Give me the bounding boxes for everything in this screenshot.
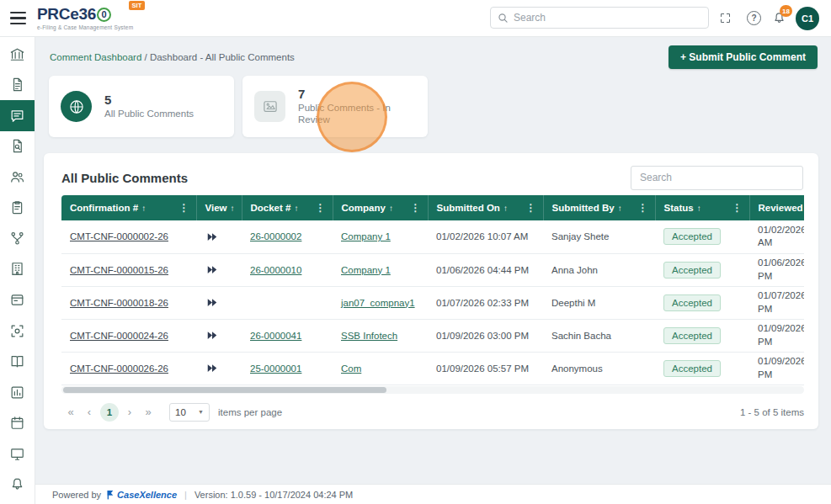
sidebar-item-monitor[interactable]	[0, 438, 35, 470]
column-header-submitted-on[interactable]: Submitted On↑⋮	[428, 195, 543, 220]
table-search-input[interactable]	[631, 166, 803, 190]
sidebar-item-tasks[interactable]	[0, 284, 35, 316]
current-page-button[interactable]: 1	[100, 403, 119, 422]
submitted-by-cell: Anonymous	[543, 352, 655, 385]
sidebar-item-notifications[interactable]	[0, 469, 35, 500]
stat-card-all-public-comments[interactable]: 5 All Public Comments	[49, 76, 234, 137]
sidebar-item-scan[interactable]	[0, 316, 35, 347]
table-row: CMT-CNF-0000002-26 26-0000002 Company 1 …	[61, 220, 804, 253]
table-header-row: Confirmation #↑⋮ View↑ Docket #↑⋮ Compan…	[61, 195, 804, 220]
next-page-button[interactable]: ›	[120, 403, 139, 422]
sidebar-item-document-search[interactable]	[0, 131, 35, 162]
company-link[interactable]: SSB Infotech	[341, 331, 397, 341]
pagination-bar: « ‹ 1 › » 10 ▼ items per page 1 - 5 of 5…	[61, 396, 804, 428]
company-link[interactable]: Company 1	[341, 231, 391, 241]
sidebar-item-users[interactable]	[0, 162, 35, 193]
docket-link[interactable]: 26-0000010	[250, 265, 301, 275]
view-forward-icon[interactable]	[205, 231, 220, 243]
help-icon[interactable]: ?	[747, 11, 761, 25]
column-header-status[interactable]: Status↑⋮	[655, 195, 749, 220]
confirmation-link[interactable]: CMT-CNF-0000018-26	[70, 298, 168, 308]
view-forward-icon[interactable]	[205, 296, 220, 309]
sidebar-item-forms[interactable]	[0, 193, 35, 224]
status-badge: Accepted	[663, 360, 721, 377]
sidebar-item-organizations[interactable]	[0, 254, 35, 285]
column-header-docket[interactable]: Docket #↑⋮	[242, 195, 333, 220]
stat-label: All Public Comments	[104, 109, 194, 120]
scrollbar-thumb[interactable]	[63, 387, 386, 393]
sort-asc-icon[interactable]: ↑	[389, 204, 393, 213]
docket-link[interactable]: 26-0000002	[250, 231, 301, 241]
sidebar-item-library[interactable]	[0, 346, 35, 377]
confirmation-link[interactable]: CMT-CNF-0000024-26	[70, 331, 168, 341]
sidebar-item-reports[interactable]	[0, 377, 35, 408]
horizontal-scrollbar[interactable]	[61, 386, 804, 394]
sort-asc-icon[interactable]: ↑	[618, 204, 622, 213]
column-menu-icon[interactable]: ⋮	[635, 202, 648, 214]
globe-icon	[61, 91, 92, 122]
all-public-comments-card: All Public Comments Confirmation #↑⋮ Vie…	[44, 153, 818, 429]
column-menu-icon[interactable]: ⋮	[729, 202, 743, 214]
stat-label: Public Comments - In Review	[298, 103, 406, 126]
company-link[interactable]: Com	[341, 363, 361, 374]
confirmation-link[interactable]: CMT-CNF-0000026-26	[70, 363, 168, 374]
column-header-reviewed[interactable]: Reviewed↑	[749, 195, 804, 220]
last-page-button[interactable]: »	[139, 403, 157, 422]
column-menu-icon[interactable]: ⋮	[312, 202, 326, 214]
view-forward-icon[interactable]	[205, 362, 220, 374]
confirmation-link[interactable]: CMT-CNF-0000002-26	[70, 231, 168, 241]
logo-text: PRCe36 0	[37, 5, 133, 24]
table-row: CMT-CNF-0000015-26 26-0000010 Company 1 …	[61, 253, 804, 286]
docket-link[interactable]: 25-0000001	[250, 363, 301, 374]
sort-asc-icon[interactable]: ↑	[231, 204, 235, 213]
comments-table: Confirmation #↑⋮ View↑ Docket #↑⋮ Compan…	[61, 195, 804, 385]
chart-icon	[9, 385, 25, 401]
powered-by-label: Powered by	[52, 490, 101, 500]
user-avatar[interactable]: C1	[796, 7, 819, 30]
menu-toggle-icon[interactable]	[10, 12, 26, 24]
top-bar: PRCe36 0 e-Filing & Case Management Syst…	[0, 0, 831, 37]
column-header-view[interactable]: View↑	[196, 195, 242, 220]
column-menu-icon[interactable]: ⋮	[176, 202, 189, 214]
column-header-confirmation[interactable]: Confirmation #↑⋮	[61, 195, 196, 220]
scan-icon	[9, 323, 25, 339]
casexellence-logo-icon	[106, 490, 115, 500]
sidebar-item-comments[interactable]	[0, 100, 35, 131]
sort-asc-icon[interactable]: ↑	[141, 204, 146, 213]
view-forward-icon[interactable]	[205, 263, 220, 276]
sort-asc-icon[interactable]: ↑	[503, 204, 508, 213]
app-logo[interactable]: PRCe36 0 e-Filing & Case Management Syst…	[37, 5, 133, 30]
sort-asc-icon[interactable]: ↑	[697, 204, 701, 213]
confirmation-link[interactable]: CMT-CNF-0000015-26	[70, 265, 168, 275]
sidebar-item-calendar[interactable]	[0, 407, 35, 438]
sidebar-item-institution[interactable]	[0, 39, 35, 70]
breadcrumb-link-comment-dashboard[interactable]: Comment Dashboard	[50, 52, 141, 62]
table-title: All Public Comments	[61, 171, 188, 185]
first-page-button[interactable]: «	[61, 403, 80, 422]
submitted-on-cell: 01/09/2026 05:57 PM	[428, 352, 543, 385]
column-header-submitted-by[interactable]: Submitted By↑⋮	[543, 195, 655, 220]
reviewed-on-cell: 01/09/2026 PM	[758, 323, 804, 347]
view-forward-icon[interactable]	[205, 329, 220, 342]
items-per-page-select[interactable]: 10 ▼	[169, 403, 210, 422]
sort-asc-icon[interactable]: ↑	[294, 204, 298, 213]
stat-card-in-review[interactable]: 7 Public Comments - In Review	[242, 76, 428, 137]
reviewed-on-cell: 01/09/2026 PM	[758, 356, 804, 379]
docket-link[interactable]: 26-0000041	[250, 331, 301, 341]
sidebar-item-documents[interactable]	[0, 70, 35, 101]
sidebar-item-workflow[interactable]	[0, 223, 35, 254]
column-menu-icon[interactable]: ⋮	[523, 202, 536, 214]
company-link[interactable]: jan07_compnay1	[341, 298, 415, 308]
submit-public-comment-button[interactable]: + Submit Public Comment	[669, 45, 818, 69]
company-link[interactable]: Company 1	[341, 265, 391, 275]
version-label: Version: 1.0.59 - 10/17/2024 04:24 PM	[194, 490, 353, 500]
global-search-input[interactable]	[514, 12, 701, 24]
column-header-company[interactable]: Company↑⋮	[333, 195, 428, 220]
stat-value: 5	[104, 93, 194, 107]
status-badge: Accepted	[663, 228, 721, 245]
casexellence-logo[interactable]: CaseXellence	[106, 490, 177, 500]
status-badge: Accepted	[663, 327, 721, 344]
column-menu-icon[interactable]: ⋮	[408, 202, 421, 214]
fullscreen-icon[interactable]	[719, 12, 732, 28]
previous-page-button[interactable]: ‹	[80, 403, 99, 422]
